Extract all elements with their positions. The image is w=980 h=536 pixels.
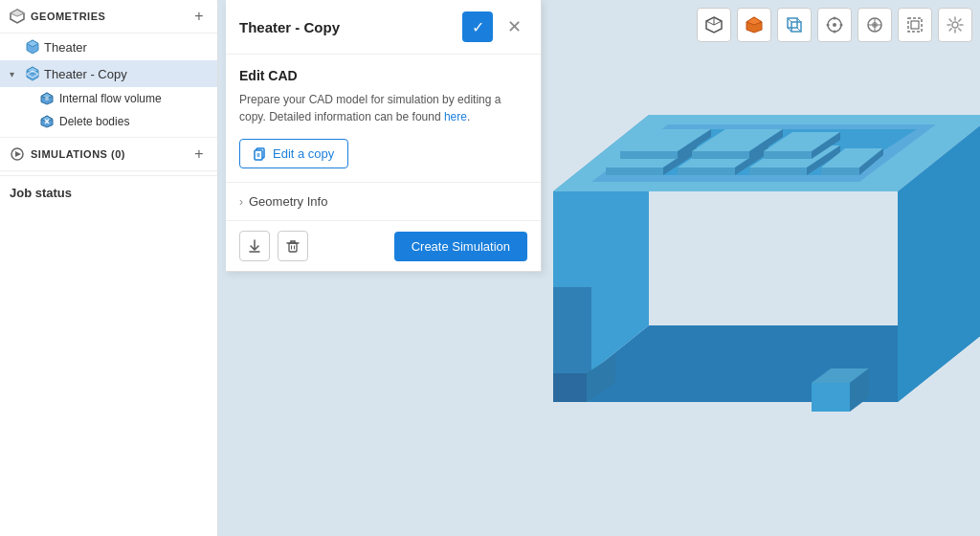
svg-marker-16 bbox=[821, 168, 859, 175]
selection-icon bbox=[905, 15, 924, 34]
svg-point-50 bbox=[827, 24, 830, 27]
svg-point-68 bbox=[45, 97, 49, 100]
geometries-label: GEOMETRIES bbox=[31, 11, 105, 22]
theater-copy-label: Theater - Copy bbox=[44, 67, 127, 81]
svg-line-36 bbox=[706, 21, 714, 25]
perspective-view-button[interactable] bbox=[697, 8, 731, 42]
sidebar: GEOMETRIES + Theater ▾ Theater - Copy In… bbox=[0, 0, 218, 536]
theater-copy-expand-icon: ▾ bbox=[10, 69, 21, 79]
panel-footer: Create Simulation bbox=[226, 220, 541, 271]
simulations-section-header: SIMULATIONS (0) + bbox=[0, 138, 217, 171]
add-simulation-button[interactable]: + bbox=[190, 145, 208, 163]
theater-geometry-icon bbox=[25, 39, 40, 55]
svg-marker-60 bbox=[11, 10, 24, 16]
svg-rect-76 bbox=[255, 150, 262, 160]
svg-marker-25 bbox=[764, 151, 812, 159]
svg-point-51 bbox=[840, 24, 843, 27]
geometries-section-header: GEOMETRIES + bbox=[0, 0, 217, 34]
delete-button[interactable] bbox=[278, 231, 308, 261]
cube-perspective-icon bbox=[704, 15, 724, 34]
create-simulation-label: Create Simulation bbox=[412, 239, 510, 254]
internal-flow-volume-label: Internal flow volume bbox=[59, 92, 162, 105]
geometries-section-icon bbox=[10, 9, 25, 24]
edit-copy-label: Edit a copy bbox=[273, 146, 334, 161]
check-icon: ✓ bbox=[472, 18, 484, 36]
solid-view-button[interactable] bbox=[737, 8, 771, 42]
edit-cad-title: Edit CAD bbox=[239, 68, 527, 83]
delete-bodies-icon bbox=[40, 115, 54, 128]
panel-card: Theater - Copy ✓ ✕ Edit CAD Prepare your… bbox=[226, 0, 542, 272]
sidebar-item-delete-bodies[interactable]: Delete bodies bbox=[0, 110, 217, 133]
panel-close-button[interactable]: ✕ bbox=[501, 13, 527, 40]
simulations-section-icon bbox=[10, 146, 25, 162]
sidebar-item-theater-copy[interactable]: ▾ Theater - Copy bbox=[0, 60, 217, 87]
svg-rect-57 bbox=[911, 21, 919, 29]
theater-label: Theater bbox=[44, 40, 87, 55]
axis-button[interactable] bbox=[858, 8, 892, 42]
edit-copy-icon bbox=[254, 147, 267, 161]
delete-bodies-label: Delete bodies bbox=[59, 115, 129, 128]
theater-copy-geometry-icon bbox=[25, 66, 40, 81]
simulations-section: SIMULATIONS (0) + bbox=[0, 137, 217, 171]
create-simulation-button[interactable]: Create Simulation bbox=[394, 232, 527, 261]
wireframe-view-button[interactable] bbox=[777, 8, 812, 42]
svg-line-37 bbox=[714, 21, 722, 25]
axis-icon bbox=[865, 15, 884, 34]
svg-point-47 bbox=[833, 23, 836, 27]
internal-flow-icon bbox=[40, 92, 54, 105]
close-icon: ✕ bbox=[507, 16, 522, 37]
panel-header: Theater - Copy ✓ ✕ bbox=[226, 0, 541, 55]
trash-icon bbox=[286, 239, 300, 253]
nodes-view-button[interactable] bbox=[817, 8, 852, 42]
svg-marker-74 bbox=[15, 151, 21, 157]
svg-marker-10 bbox=[678, 168, 735, 175]
selection-button[interactable] bbox=[898, 8, 932, 42]
right-icon-bar bbox=[697, 8, 972, 42]
svg-marker-22 bbox=[692, 151, 749, 159]
solid-cube-icon bbox=[745, 15, 764, 34]
svg-rect-56 bbox=[908, 18, 922, 32]
edit-cad-description: Prepare your CAD model for simulation by… bbox=[239, 91, 527, 125]
svg-marker-32 bbox=[553, 373, 587, 402]
svg-point-48 bbox=[834, 17, 836, 20]
panel-title: Theater - Copy bbox=[239, 19, 455, 35]
sidebar-item-internal-flow-volume[interactable]: Internal flow volume bbox=[0, 87, 217, 110]
nodes-icon bbox=[825, 15, 844, 34]
job-status-label: Job status bbox=[10, 186, 72, 200]
svg-point-49 bbox=[834, 31, 836, 34]
edit-copy-button[interactable]: Edit a copy bbox=[239, 139, 348, 168]
svg-marker-30 bbox=[812, 383, 850, 412]
svg-rect-81 bbox=[289, 243, 297, 252]
add-geometry-button[interactable]: + bbox=[190, 8, 208, 25]
svg-point-58 bbox=[952, 22, 958, 28]
panel-confirm-button[interactable]: ✓ bbox=[462, 11, 493, 42]
download-icon bbox=[248, 239, 261, 253]
svg-marker-28 bbox=[553, 191, 591, 287]
geometry-info-row[interactable]: › Geometry Info bbox=[226, 182, 541, 220]
panel-body: Edit CAD Prepare your CAD model for simu… bbox=[226, 55, 541, 182]
simulations-label: SIMULATIONS (0) bbox=[31, 148, 125, 160]
geometry-info-label: Geometry Info bbox=[249, 194, 327, 209]
geometry-info-chevron: › bbox=[239, 195, 243, 209]
sidebar-item-theater[interactable]: Theater bbox=[0, 34, 217, 60]
svg-marker-19 bbox=[620, 151, 678, 159]
svg-marker-7 bbox=[606, 168, 663, 175]
settings-button[interactable] bbox=[938, 8, 972, 42]
job-status-section: Job status bbox=[0, 175, 217, 210]
edit-cad-link[interactable]: here bbox=[444, 110, 467, 123]
settings-icon bbox=[946, 15, 965, 34]
cube-wireframe-icon bbox=[785, 15, 804, 34]
svg-marker-13 bbox=[749, 168, 807, 175]
download-button[interactable] bbox=[239, 231, 270, 261]
